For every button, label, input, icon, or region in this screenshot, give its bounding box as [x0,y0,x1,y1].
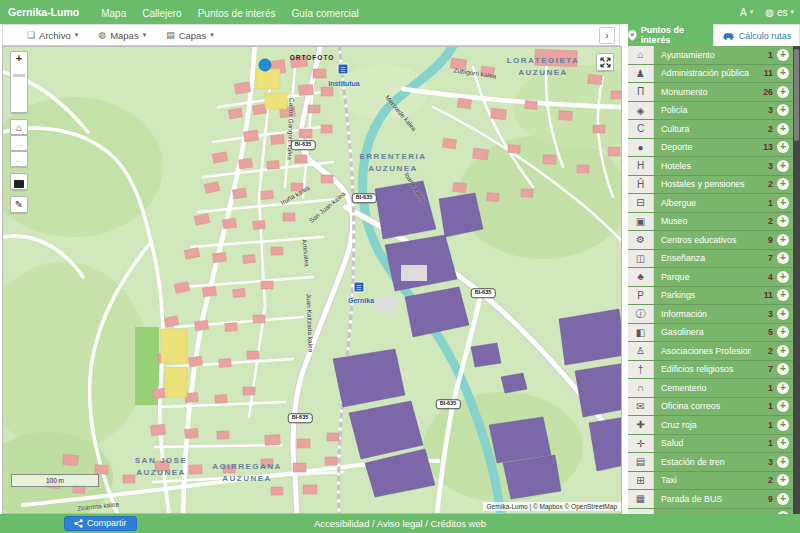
poi-add-cell: + [773,324,793,342]
sidebar-scrollbar[interactable] [793,46,800,514]
toolbar-menu-mapas[interactable]: ◍Mapas▾ [98,30,146,41]
add-poi-button[interactable]: + [777,86,789,98]
toolbar-menu-capas[interactable]: ▤Capas▾ [166,30,214,41]
poi-row-ayuntamiento[interactable]: ⌂Ayuntamiento1+ [628,46,793,65]
nav-item-mapa[interactable]: Mapa [101,8,126,19]
poi-add-cell: + [773,139,793,157]
add-poi-button[interactable]: + [777,382,789,394]
poi-row-oficina-correos[interactable]: ✉Oficina correos1+ [628,398,793,417]
top-navbar: Gernika-Lumo MapaCallejeroPuntos de inte… [0,0,800,24]
poi-row-parkings[interactable]: PParkings11+ [628,287,793,306]
add-poi-button[interactable]: + [777,252,789,264]
add-poi-button[interactable]: + [777,141,789,153]
poi-row-asociaciones-profesionales[interactable]: ♙Asociaciones Profesionales2+ [628,342,793,361]
red-cross-icon: ✚ [628,416,654,434]
add-poi-button[interactable]: + [777,437,789,449]
poi-row-hostales-y-pensiones[interactable]: ĤHostales y pensiones2+ [628,176,793,195]
poi-row-parada-de-bus[interactable]: ▦Parada de BUS9+ [628,490,793,509]
poi-row-cementerio[interactable]: ∩Cementerio1+ [628,379,793,398]
font-size-button[interactable]: A ▾ [740,7,753,18]
nav-item-puntos-de-inter-s[interactable]: Puntos de interés [198,8,276,19]
poi-add-cell: + [773,379,793,397]
share-button[interactable]: Compartir [64,516,137,531]
poi-row-polic-a[interactable]: ◈Policía3+ [628,102,793,121]
scrollbar-thumb[interactable] [794,49,799,141]
add-poi-button[interactable]: + [777,400,789,412]
poi-row-ense-anza[interactable]: ◫Enseñanza7+ [628,250,793,269]
add-poi-button[interactable]: + [777,271,789,283]
add-poi-button[interactable]: + [777,474,789,486]
add-poi-button[interactable]: + [777,234,789,246]
poi-row-informaci-n[interactable]: ⓘInformación3+ [628,305,793,324]
tab-puntos-de-interes[interactable]: Puntos de interés [628,24,713,46]
poi-row-cultura[interactable]: CCultura2+ [628,120,793,139]
poi-row-estaci-n-de-tren[interactable]: ▤Estación de tren3+ [628,453,793,472]
poi-row-cruz-roja[interactable]: ✚Cruz roja1+ [628,416,793,435]
add-poi-button[interactable]: + [777,178,789,190]
add-poi-button[interactable]: + [777,289,789,301]
fullscreen-button[interactable] [596,53,614,71]
poi-label: Gasolinera [654,324,751,342]
add-poi-button[interactable]: + [777,493,789,505]
poi-row-monumento[interactable]: ΠMonumento26+ [628,83,793,102]
add-poi-button[interactable]: + [777,326,789,338]
poi-row-administraci-n-p-blica[interactable]: ♟Administración pública11+ [628,65,793,84]
sidebar-collapse-button[interactable]: › [599,27,615,44]
nav-item-callejero[interactable]: Callejero [142,8,181,19]
add-poi-button[interactable]: + [777,308,789,320]
poi-row-deporte[interactable]: ●Deporte13+ [628,139,793,158]
poi-label: Estación de tren [654,453,751,471]
poi-row-museo[interactable]: ▣Museo2+ [628,213,793,232]
poi-count: 3 [751,453,773,471]
overview-map-button[interactable] [10,173,28,190]
poi-row-albergue[interactable]: ⊟Albergue1+ [628,194,793,213]
map-canvas[interactable]: LORATEGIETA AUZUNEAERRENTERIA AUZUNEASAN… [2,46,622,514]
add-poi-button[interactable]: + [777,49,789,61]
tab-calculo-rutas[interactable]: Cálculo rutas [713,24,800,46]
add-poi-button[interactable]: + [777,363,789,375]
add-poi-button[interactable]: + [777,345,789,357]
footer-link-aviso-legal[interactable]: Aviso legal [377,518,423,529]
brand-link[interactable]: Gernika-Lumo [8,6,79,18]
zoom-slider[interactable]: + [10,51,28,113]
poi-row-centros-educativos[interactable]: ⚙Centros educativos9+ [628,231,793,250]
add-poi-button[interactable]: + [777,123,789,135]
poi-add-cell: + [773,65,793,83]
add-poi-button[interactable]: + [777,215,789,227]
add-poi-button[interactable]: + [777,67,789,79]
poi-count: 3 [751,102,773,120]
nav-item-gu-a-comercial[interactable]: Guía comercial [292,8,359,19]
poi-add-cell: + [773,46,793,64]
poi-label: Oficina correos [654,398,751,416]
history-back-button[interactable]: ← [10,151,28,167]
toolbar-menu-label: Capas [179,30,206,41]
add-poi-button[interactable]: + [777,104,789,116]
poi-count: 3 [751,157,773,175]
zoom-in-button[interactable]: + [11,52,27,66]
footer-link-cr-ditos-web[interactable]: Créditos web [431,518,486,529]
chevron-down-icon: ▾ [143,31,147,39]
poi-count: 5 [751,324,773,342]
draw-button[interactable]: ✎ [10,196,28,213]
park-icon: ♣ [628,268,654,286]
footer-link-accesibilidad[interactable]: Accesibilidad [314,518,369,529]
poi-count: 11 [751,287,773,305]
add-poi-button[interactable]: + [777,456,789,468]
add-poi-button[interactable]: + [777,197,789,209]
poi-row-salud[interactable]: ✛Salud1+ [628,435,793,454]
poi-row-taxi[interactable]: ⊞Taxi2+ [628,472,793,491]
poi-count: 2 [751,120,773,138]
language-selector[interactable]: ◍ es ▾ [765,7,794,18]
toolbar-menu-archivo[interactable]: ❏Archivo▾ [27,30,78,41]
poi-row-parque[interactable]: ♣Parque4+ [628,268,793,287]
add-poi-button[interactable]: + [777,419,789,431]
add-poi-button[interactable]: + [777,160,789,172]
history-forward-button[interactable]: → [10,135,28,151]
poi-row-edificios-religiosos[interactable]: †Edificios religiosos7+ [628,361,793,380]
poi-label: Monumento [654,83,751,101]
poi-row-gasolinera[interactable]: ◧Gasolinera5+ [628,324,793,343]
home-extent-button[interactable]: ⌂ [10,119,28,135]
poi-row-hoteles[interactable]: HHoteles3+ [628,157,793,176]
poi-count: 9 [751,231,773,249]
zoom-slider-handle[interactable] [13,74,25,77]
